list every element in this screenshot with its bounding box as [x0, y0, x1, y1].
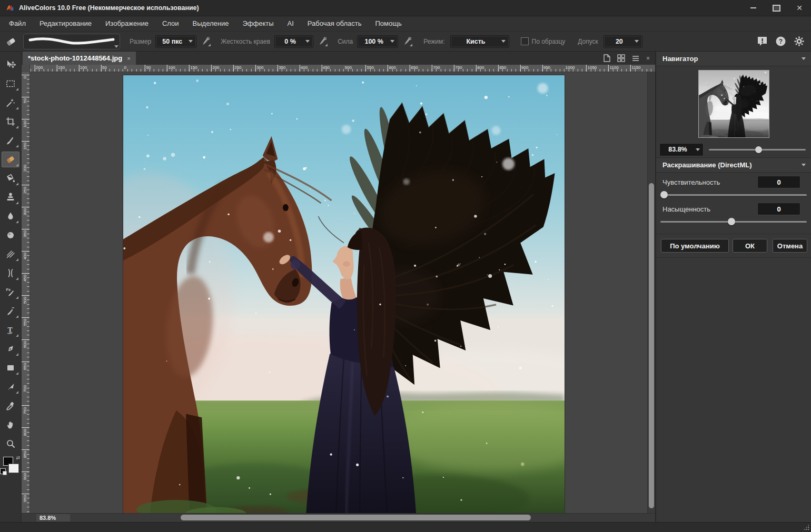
close-all-icon[interactable]: ×: [646, 55, 650, 62]
menu-item-помощь[interactable]: Помощь: [368, 16, 408, 31]
tool-pinch[interactable]: [2, 265, 19, 281]
tool-sphere[interactable]: [2, 227, 19, 243]
menu-item-рабочая-область[interactable]: Рабочая область: [301, 16, 369, 31]
navigator-zoom-slider[interactable]: [709, 146, 806, 153]
default-colors-icon[interactable]: [0, 468, 6, 474]
sensitivity-value[interactable]: 0: [757, 176, 800, 188]
menu-item-файл[interactable]: Файл: [2, 16, 33, 31]
tile-windows-icon[interactable]: [617, 54, 625, 62]
ruler-label: 600: [23, 341, 27, 348]
menu-item-ai[interactable]: AI: [281, 16, 301, 31]
saturation-value[interactable]: 0: [757, 203, 800, 215]
window-title: AliveColors 10.0 Free (Некоммерческое ис…: [19, 4, 199, 12]
gear-icon[interactable]: [794, 36, 805, 47]
menu-item-изображение[interactable]: Изображение: [98, 16, 155, 31]
brush-stroke-preview-dropdown[interactable]: [23, 34, 120, 49]
tool-effect-brush[interactable]: Fx: [2, 284, 19, 300]
window-list-icon[interactable]: [632, 55, 639, 62]
ruler-label: 50: [146, 65, 151, 70]
tool-rect-select[interactable]: [2, 76, 19, 92]
vertical-scrollbar-thumb[interactable]: [649, 183, 654, 508]
tool-chalk[interactable]: [2, 246, 19, 262]
horizontal-scrollbar-thumb[interactable]: [181, 515, 531, 520]
tool-smudge[interactable]: [2, 303, 19, 319]
slider-knob[interactable]: [660, 191, 668, 198]
chevron-down-icon: [189, 40, 193, 43]
size-dropdown[interactable]: 50 пкс: [155, 35, 196, 48]
swap-colors-icon[interactable]: ⇄: [16, 456, 20, 460]
menu-item-слои[interactable]: Слои: [155, 16, 186, 31]
default-button[interactable]: По умолчанию: [661, 239, 729, 253]
feedback-icon[interactable]: [757, 36, 768, 47]
strength-dropdown[interactable]: 100 %: [357, 35, 398, 48]
document-tab[interactable]: *stock-photo-1012448564.jpg ×: [23, 52, 136, 65]
subtool-indicator-icon: [16, 334, 18, 337]
ruler-label: 600: [389, 65, 395, 70]
tool-arrow[interactable]: [2, 379, 19, 395]
tool-pen[interactable]: [2, 341, 19, 357]
color-swatches: ⇄: [0, 456, 21, 480]
resize-grip-icon[interactable]: [803, 524, 809, 530]
close-button[interactable]: ✕: [788, 0, 811, 16]
navigator-header[interactable]: Навигатор: [656, 52, 811, 66]
sensitivity-slider[interactable]: [660, 190, 807, 199]
main-area: FxT⇄ *stock-photo-1012448564.jpg ×: [0, 52, 811, 522]
navigator-zoom-dropdown[interactable]: 83.8%: [659, 143, 704, 156]
title-bar: AliveColors 10.0 Free (Некоммерческое ис…: [0, 0, 811, 16]
ruler-label: 550: [23, 319, 27, 326]
tool-hand[interactable]: [2, 417, 19, 433]
menu-item-эффекты[interactable]: Эффекты: [235, 16, 280, 31]
tolerance-dropdown[interactable]: 20: [604, 35, 642, 48]
pen-pressure-icon: [201, 36, 211, 47]
slider-knob[interactable]: [755, 146, 762, 153]
background-color-swatch[interactable]: [9, 464, 18, 473]
magic-wand-icon: [5, 97, 16, 108]
chevron-down-icon[interactable]: [802, 164, 806, 166]
tool-eraser[interactable]: [2, 152, 19, 167]
tool-text[interactable]: T: [2, 322, 19, 338]
pen-pressure-icon: [318, 36, 328, 47]
chevron-down-icon[interactable]: [802, 57, 806, 60]
colorize-panel-header[interactable]: Раскрашивание (DirectML): [656, 157, 811, 173]
ruler-label: 150: [23, 143, 27, 149]
slider-knob[interactable]: [728, 218, 735, 225]
maximize-button[interactable]: [765, 0, 788, 16]
saturation-slider[interactable]: [660, 217, 807, 226]
sample-checkbox[interactable]: [521, 37, 529, 45]
vertical-scrollbar[interactable]: [647, 72, 655, 513]
tool-brush[interactable]: [2, 133, 19, 148]
app-logo-icon: [5, 3, 15, 13]
saturation-label: Насыщенность: [662, 205, 710, 213]
menu-item-редактирование[interactable]: Редактирование: [33, 16, 98, 31]
canvas-viewport[interactable]: [30, 72, 647, 513]
document-image[interactable]: [123, 75, 565, 513]
navigator-thumbnail[interactable]: [698, 70, 769, 138]
tool-eyedropper[interactable]: [2, 398, 19, 414]
cancel-button[interactable]: Отмена: [773, 239, 807, 253]
ruler-label: 300: [256, 65, 263, 70]
effect-brush-icon: Fx: [5, 287, 16, 297]
menu-item-выделение[interactable]: Выделение: [186, 16, 236, 31]
help-icon[interactable]: ?: [775, 36, 786, 47]
tool-zoom[interactable]: [2, 436, 19, 451]
zoom-status[interactable]: 83.8%: [36, 514, 70, 521]
tool-magic-wand[interactable]: [2, 95, 19, 111]
crop-icon: [5, 116, 16, 127]
subtool-indicator-icon: [16, 277, 18, 280]
ok-button[interactable]: ОК: [733, 239, 767, 253]
strength-value: 100 %: [358, 38, 390, 45]
mode-dropdown[interactable]: Кисть: [450, 35, 509, 48]
tool-fill[interactable]: [2, 170, 19, 186]
hardness-dropdown[interactable]: 0 %: [274, 35, 313, 48]
ruler-label: 350: [279, 65, 285, 70]
tool-move[interactable]: [2, 57, 19, 73]
sample-checkbox-label: По образцу: [532, 38, 566, 45]
tool-crop[interactable]: [2, 114, 19, 129]
tab-close-icon[interactable]: ×: [127, 55, 130, 62]
tool-blur-drop[interactable]: [2, 208, 19, 224]
minimize-button[interactable]: [741, 0, 765, 16]
tool-stamp[interactable]: [2, 189, 19, 205]
navigator-thumbnail-area: [656, 66, 811, 142]
new-document-icon[interactable]: [603, 54, 610, 62]
tool-shape[interactable]: [2, 360, 19, 376]
